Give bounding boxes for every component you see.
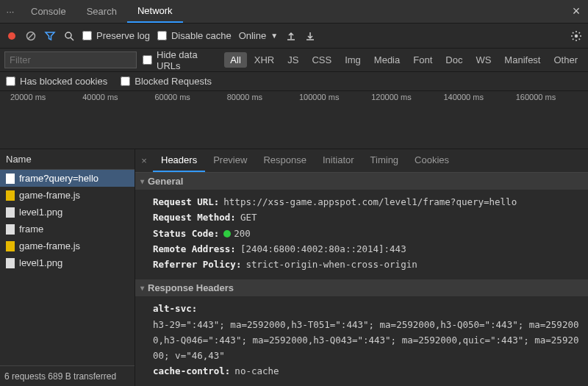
detail-tab-preview[interactable]: Preview xyxy=(205,149,255,172)
preserve-log-input[interactable] xyxy=(82,31,92,40)
request-name: level1.png xyxy=(19,257,62,268)
preserve-log-label: Preserve log xyxy=(96,30,150,41)
header-value: [2404:6800:4002:80a::2014]:443 xyxy=(240,241,406,257)
detail-tab-response[interactable]: Response xyxy=(255,149,315,172)
filter-type-chips: AllXHRJSCSSImgMediaFontDocWSManifestOthe… xyxy=(224,52,584,68)
hide-data-urls-input[interactable] xyxy=(143,55,152,65)
timeline-tick: 160000 ms xyxy=(516,93,588,106)
record-icon[interactable] xyxy=(6,30,18,42)
detail-tab-cookies[interactable]: Cookies xyxy=(406,149,457,172)
filter-icon[interactable] xyxy=(44,30,56,42)
hide-data-urls-checkbox[interactable]: Hide data URLs xyxy=(143,49,218,71)
blocked-requests-input[interactable] xyxy=(121,76,130,86)
request-row[interactable]: level1.png xyxy=(0,254,135,271)
svg-line-4 xyxy=(71,37,74,40)
request-name: game-frame.js xyxy=(19,190,80,201)
request-name: level1.png xyxy=(19,207,62,218)
chevron-down-icon: ▼ xyxy=(270,32,278,40)
header-value: no-cache xyxy=(234,363,279,379)
search-icon[interactable] xyxy=(63,30,75,42)
header-value: strict-origin-when-cross-origin xyxy=(245,257,417,272)
filter-chip-ws[interactable]: WS xyxy=(470,52,497,68)
throttle-label: Online xyxy=(239,30,267,41)
header-row: alt-svc:h3-29=":443"; ma=2592000,h3-T051… xyxy=(153,301,579,363)
tab-console[interactable]: Console xyxy=(21,1,76,22)
filter-chip-manifest[interactable]: Manifest xyxy=(498,52,546,68)
header-row: Remote Address:[2404:6800:4002:80a::2014… xyxy=(153,241,579,257)
close-icon[interactable]: × xyxy=(564,4,588,19)
filter-chip-doc[interactable]: Doc xyxy=(440,52,468,68)
timeline-tick: 40000 ms xyxy=(82,93,154,106)
header-key: cache-control: xyxy=(153,363,230,379)
svg-point-5 xyxy=(575,34,578,37)
detail-tab-headers[interactable]: Headers xyxy=(153,149,205,172)
filter-chip-all[interactable]: All xyxy=(224,52,246,68)
header-row: Request Method:GET xyxy=(153,210,579,225)
settings-icon[interactable] xyxy=(570,30,582,42)
filter-chip-font[interactable]: Font xyxy=(407,52,438,68)
header-row: cache-control:no-cache xyxy=(153,363,579,379)
document-icon xyxy=(6,224,15,235)
js-file-icon xyxy=(6,241,15,251)
filter-chip-css[interactable]: CSS xyxy=(306,52,337,68)
more-menu-icon[interactable]: ··· xyxy=(0,6,21,17)
filter-chip-xhr[interactable]: XHR xyxy=(248,52,280,68)
preserve-log-checkbox[interactable]: Preserve log xyxy=(82,30,150,41)
svg-line-2 xyxy=(28,33,34,39)
header-row: Referrer Policy:strict-origin-when-cross… xyxy=(153,257,579,272)
filter-chip-media[interactable]: Media xyxy=(368,52,406,68)
header-key: Referrer Policy: xyxy=(153,257,241,272)
request-row[interactable]: frame?query=hello xyxy=(0,170,135,187)
column-header-name[interactable]: Name xyxy=(0,149,135,170)
has-blocked-cookies-label: Has blocked cookies xyxy=(20,76,107,87)
request-row[interactable]: frame xyxy=(0,221,135,237)
upload-icon[interactable] xyxy=(285,30,297,42)
header-row: Status Code:200 xyxy=(153,226,579,241)
document-icon xyxy=(6,258,15,268)
blocked-requests-checkbox[interactable]: Blocked Requests xyxy=(121,76,212,87)
filter-chip-img[interactable]: Img xyxy=(339,52,367,68)
request-row[interactable]: level1.png xyxy=(0,204,135,221)
timeline-tick: 120000 ms xyxy=(371,93,443,106)
timeline-tick: 20000 ms xyxy=(10,93,82,106)
timeline-tick: 100000 ms xyxy=(299,93,371,106)
document-icon xyxy=(6,207,15,218)
detail-tab-timing[interactable]: Timing xyxy=(362,149,407,172)
section-general-header[interactable]: General xyxy=(135,173,588,190)
detail-tab-initiator[interactable]: Initiator xyxy=(315,149,362,172)
has-blocked-cookies-input[interactable] xyxy=(6,76,15,86)
clear-icon[interactable] xyxy=(25,30,37,42)
hide-data-urls-label: Hide data URLs xyxy=(157,49,218,71)
timeline-tick: 80000 ms xyxy=(227,93,299,106)
request-name: game-frame.js xyxy=(19,240,80,251)
header-key: alt-svc: xyxy=(153,301,197,316)
filter-chip-other[interactable]: Other xyxy=(548,52,584,68)
svg-point-0 xyxy=(8,32,15,40)
filter-input[interactable] xyxy=(4,51,137,68)
tab-search[interactable]: Search xyxy=(76,1,127,22)
download-icon[interactable] xyxy=(304,30,316,42)
header-value: GET xyxy=(240,210,257,225)
has-blocked-cookies-checkbox[interactable]: Has blocked cookies xyxy=(6,76,107,87)
request-name: frame xyxy=(19,224,43,235)
header-value: 200 xyxy=(223,226,251,241)
request-name: frame?query=hello xyxy=(19,173,98,184)
filter-chip-js[interactable]: JS xyxy=(282,52,304,68)
disable-cache-input[interactable] xyxy=(157,31,167,40)
document-icon xyxy=(6,174,15,184)
tab-network[interactable]: Network xyxy=(127,0,183,23)
blocked-requests-label: Blocked Requests xyxy=(135,76,212,87)
header-key: Request URL: xyxy=(153,194,219,210)
header-key: Remote Address: xyxy=(153,241,236,257)
disable-cache-checkbox[interactable]: Disable cache xyxy=(157,30,232,41)
throttle-dropdown[interactable]: Online ▼ xyxy=(239,30,278,41)
header-value: https://xss-game.appspot.com/level1/fram… xyxy=(223,194,517,210)
status-summary: 6 requests 689 B transferred xyxy=(0,365,135,386)
section-response-headers-header[interactable]: Response Headers xyxy=(135,279,588,296)
request-row[interactable]: game-frame.js xyxy=(0,237,135,254)
close-details-icon[interactable]: × xyxy=(135,155,153,166)
header-value: h3-29=":443"; ma=2592000,h3-T051=":443";… xyxy=(153,317,579,364)
timeline-overview[interactable]: 20000 ms40000 ms60000 ms80000 ms100000 m… xyxy=(0,91,588,149)
request-row[interactable]: game-frame.js xyxy=(0,187,135,204)
svg-point-3 xyxy=(65,32,71,38)
